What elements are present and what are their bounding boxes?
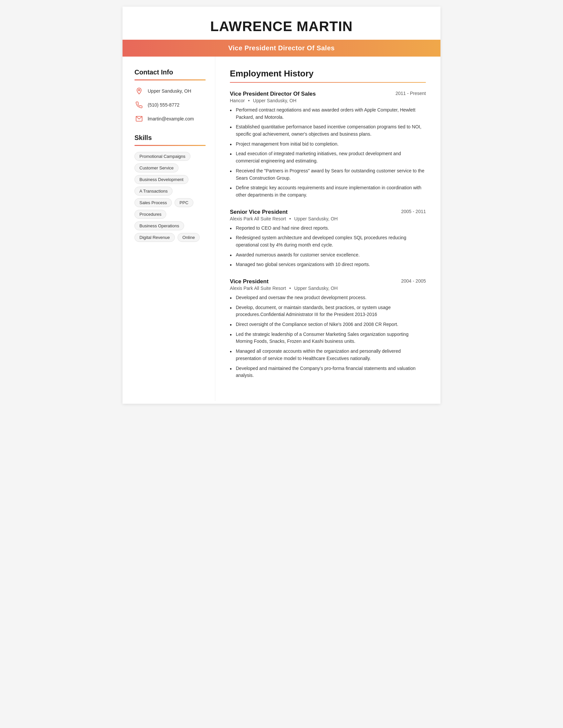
contact-section-title: Contact Info (134, 68, 206, 76)
main-content: Employment History Vice President Direct… (215, 57, 441, 401)
job-dates: 2004 - 2005 (401, 278, 426, 284)
job-bullet: Direct oversight of the Compliance secti… (230, 321, 426, 328)
employment-section-title: Employment History (230, 68, 426, 79)
job-title: Vice President Director Of Sales (228, 44, 335, 52)
job-bullet: Redesigned system architecture and devel… (230, 234, 426, 249)
contact-location: Upper Sandusky, OH (134, 86, 206, 96)
job-bullets: Developed and oversaw the new product de… (230, 294, 426, 379)
candidate-name: LAWRENCE MARTIN (136, 19, 427, 34)
skill-tag: Sales Process (134, 198, 172, 207)
job-entry: Vice President2004 - 2005Alexis Park All… (230, 278, 426, 379)
skill-tag: Business Operations (134, 221, 184, 230)
phone-text: (510) 555-8772 (148, 102, 179, 108)
job-company: Alexis Park All Suite Resort • Upper San… (230, 286, 426, 291)
contact-phone: (510) 555-8772 (134, 100, 206, 110)
job-bullet: Established quantitative performance bas… (230, 123, 426, 138)
skill-tag: Promotional Campaigns (134, 152, 190, 161)
job-bullet: Project management from initial bid to c… (230, 141, 426, 148)
email-icon (134, 114, 144, 123)
skill-tags-container: Promotional CampaignsCustomer ServiceBus… (134, 152, 206, 242)
job-header: Vice President2004 - 2005 (230, 278, 426, 285)
job-entry: Vice President Director Of Sales2011 - P… (230, 91, 426, 199)
contact-email: lmartin@example.com (134, 114, 206, 123)
email-text: lmartin@example.com (148, 116, 194, 121)
header: LAWRENCE MARTIN (122, 7, 441, 34)
job-header: Vice President Director Of Sales2011 - P… (230, 91, 426, 97)
job-dates: 2005 - 2011 (401, 209, 426, 214)
body: Contact Info Upper Sandusky, OH (51 (122, 57, 441, 401)
job-company: Alexis Park All Suite Resort • Upper San… (230, 216, 426, 221)
job-bullet: Define strategic key accounts requiremen… (230, 184, 426, 199)
skills-section-title: Skills (134, 134, 206, 142)
job-bullet: Reported to CEO and had nine direct repo… (230, 225, 426, 232)
job-bullet: Develop, document, or maintain standards… (230, 304, 426, 318)
skill-tag: Procedures (134, 210, 166, 219)
skill-tag: Online (177, 233, 200, 242)
job-bullet: Received the "Partners in Progress" awar… (230, 167, 426, 182)
phone-icon (134, 100, 144, 110)
job-bullet: Developed and oversaw the new product de… (230, 294, 426, 301)
location-icon (134, 86, 144, 96)
job-title: Vice President Director Of Sales (230, 91, 316, 97)
resume-container: LAWRENCE MARTIN Vice President Director … (122, 7, 441, 404)
title-bar: Vice President Director Of Sales (122, 40, 441, 57)
location-text: Upper Sandusky, OH (148, 88, 191, 94)
job-bullet: Managed two global services organization… (230, 261, 426, 268)
job-entry: Senior Vice President2005 - 2011Alexis P… (230, 209, 426, 268)
skill-tag: A Transactions (134, 187, 172, 196)
jobs-container: Vice President Director Of Sales2011 - P… (230, 91, 426, 379)
skills-divider (134, 145, 206, 146)
job-bullet: Awarded numerous awards for customer ser… (230, 251, 426, 259)
skill-tag: Customer Service (134, 163, 178, 172)
contact-divider (134, 79, 206, 80)
job-bullets: Reported to CEO and had nine direct repo… (230, 225, 426, 268)
job-title: Vice President (230, 278, 268, 285)
job-bullet: Managed all corporate accounts within th… (230, 348, 426, 362)
job-bullet: Lead execution of integrated marketing i… (230, 150, 426, 164)
employment-divider (230, 82, 426, 83)
job-bullets: Performed contract negotiations and was … (230, 107, 426, 199)
job-title: Senior Vice President (230, 209, 288, 215)
skill-tag: Digital Revenue (134, 233, 175, 242)
job-company: Hancor • Upper Sandusky, OH (230, 98, 426, 103)
job-bullet: Performed contract negotiations and was … (230, 107, 426, 121)
skill-tag: Business Development (134, 175, 188, 184)
skill-tag: PPC (174, 198, 193, 207)
job-header: Senior Vice President2005 - 2011 (230, 209, 426, 215)
skills-section: Skills Promotional CampaignsCustomer Ser… (134, 134, 206, 242)
sidebar: Contact Info Upper Sandusky, OH (51 (122, 57, 215, 401)
svg-point-0 (138, 89, 140, 91)
job-dates: 2011 - Present (396, 91, 426, 96)
job-bullet: Led the strategic leadership of a Consum… (230, 331, 426, 345)
job-bullet: Developed and maintained the Company's p… (230, 365, 426, 379)
